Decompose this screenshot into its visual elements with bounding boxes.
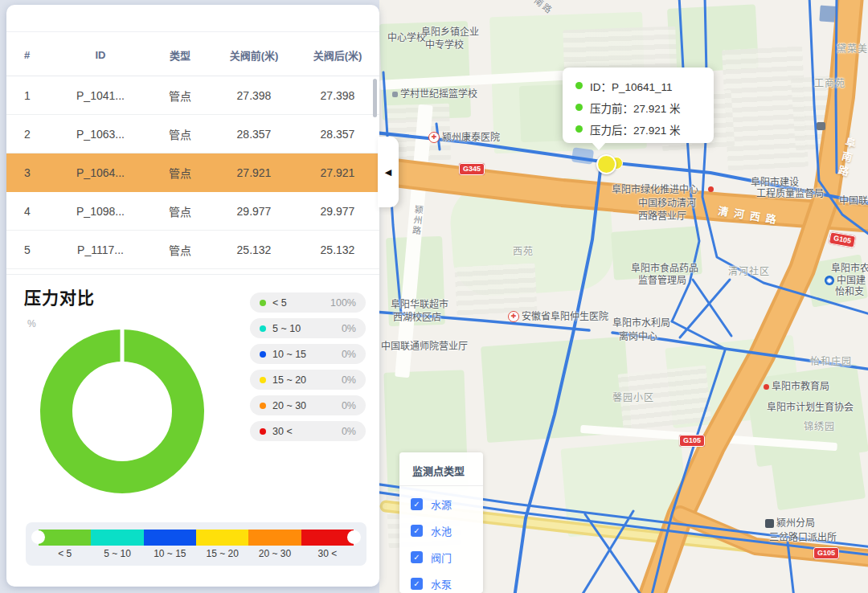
map-label-text: 阜阳市食品药品 <box>631 263 698 274</box>
legend-label: 30 < <box>272 426 293 437</box>
map-label: 阜阳市绿化推进中心 <box>612 184 698 195</box>
map-label: 中国移动清河 <box>638 198 696 209</box>
map-label: 工程质量监督局 <box>756 188 824 199</box>
legend-label: 10 ~ 15 <box>272 349 306 360</box>
table-cell: 28.357 <box>212 128 296 141</box>
map-label-text: 阜阳市教育局 <box>772 381 829 392</box>
checkbox-checked-icon[interactable]: ✓ <box>411 578 423 590</box>
scale-segment <box>39 530 91 546</box>
map-label-text: 中心学校 <box>387 32 426 43</box>
scale-segment <box>91 530 143 546</box>
map-legend-item[interactable]: ✓水源 <box>411 497 483 512</box>
tooltip-row: 压力后：27.921 米 <box>575 118 714 140</box>
legend-label: 5 ~ 10 <box>272 323 301 334</box>
legend-dot-icon <box>260 377 266 383</box>
map-label-text: 中国联通师院营业厅 <box>381 341 468 352</box>
tooltip-dot-icon <box>575 104 583 111</box>
donut-gap <box>121 328 125 363</box>
legend-item[interactable]: < 5100% <box>250 292 366 313</box>
legend-value: 0% <box>342 374 356 386</box>
map-label-text: 阜阳乡镇企业 <box>421 27 479 38</box>
table-cell: P_1041... <box>53 89 148 102</box>
scale-label: 30 < <box>301 548 354 559</box>
table-cell: 29.977 <box>212 205 296 218</box>
map-label: 清河社区 <box>728 266 770 277</box>
map-label: 锦绣园 <box>804 421 835 432</box>
map-label: ✚颍州康泰医院 <box>428 132 500 143</box>
map-label: 中专学校 <box>425 39 464 51</box>
map-label-text: 清河社区 <box>728 266 770 277</box>
table-cell: P_1117... <box>53 243 148 256</box>
section-divider <box>6 274 379 275</box>
scale-notch-left <box>31 530 45 544</box>
table-cell: 27.921 <box>212 166 296 179</box>
map-label: 阜阳市建设 <box>751 177 799 188</box>
map-label-text: 阜阳市农 <box>831 263 868 274</box>
checkbox-checked-icon[interactable]: ✓ <box>411 525 423 537</box>
map-label: 中心学校 <box>387 32 426 43</box>
scale-bar <box>39 530 354 546</box>
map-label: 阜阳乡镇企业 <box>421 27 479 38</box>
map-label: 怡和庄园 <box>810 356 852 367</box>
table-row[interactable]: 5P_1117...管点25.13225.132 <box>6 231 379 269</box>
legend-item[interactable]: 15 ~ 200% <box>250 370 366 390</box>
map-legend-item[interactable]: ✓水泵 <box>411 576 483 591</box>
legend-item[interactable]: 30 <0% <box>250 421 366 441</box>
map-label: 中国联通师院营业厅 <box>381 341 468 352</box>
road-name: 南路 <box>532 0 556 16</box>
map-label-text: 中国联 <box>839 195 868 207</box>
map-label-text: 离岗中心 <box>619 331 657 342</box>
table-row[interactable]: 3P_1064...管点27.92127.921 <box>6 153 379 192</box>
scale-label: < 5 <box>39 548 91 559</box>
tooltip-dot-icon <box>575 82 583 89</box>
selected-point-marker[interactable] <box>596 154 616 174</box>
table-cell: 管点 <box>148 242 212 258</box>
scale-labels: < 55 ~ 1010 ~ 1515 ~ 2020 ~ 3030 < <box>39 548 354 559</box>
legend-label: 20 ~ 30 <box>272 400 306 411</box>
map-canvas[interactable]: 中心学校阜阳乡镇企业中专学校学村世纪摇篮学校✚颍州康泰医院黛菜美工商苑阜阳市绿化… <box>379 0 868 593</box>
table-cell: 4 <box>6 205 53 218</box>
map-legend-item[interactable]: ✓水池 <box>411 523 483 538</box>
legend-item[interactable]: 10 ~ 150% <box>250 344 366 364</box>
map-label-text: 三岔路口派出所 <box>769 532 837 543</box>
map-label: 阜阳市计划生育协会 <box>767 402 854 413</box>
map-label-text: 阜阳华联超市 <box>391 299 448 310</box>
map-legend-label: 水源 <box>431 497 452 512</box>
map-label: 监督管理局 <box>638 275 686 286</box>
table-row[interactable]: 1P_1041...管点27.39827.398 <box>6 76 379 115</box>
reddot-poi-icon <box>708 186 714 192</box>
table-cell: 27.398 <box>212 89 296 102</box>
map-label-text: 工程质量监督局 <box>756 188 824 199</box>
map-legend-label: 水池 <box>431 523 452 538</box>
checkbox-checked-icon[interactable]: ✓ <box>411 551 423 563</box>
table-row[interactable]: 2P_1063...管点28.35728.357 <box>6 115 379 153</box>
tooltip-dot-icon <box>575 125 583 133</box>
legend-value: 0% <box>342 400 356 411</box>
table-cell: 管点 <box>148 88 212 104</box>
table-scrollbar[interactable] <box>373 79 377 117</box>
scale-label: 15 ~ 20 <box>196 548 248 559</box>
road-badge: G345 <box>459 163 485 175</box>
table-body: 1P_1041...管点27.39827.3982P_1063...管点28.3… <box>6 76 379 269</box>
map-legend-item[interactable]: ✓阀门 <box>411 550 483 565</box>
table-cell: P_1063... <box>53 128 148 141</box>
panel-collapse-button[interactable]: ◀ <box>378 137 399 207</box>
police-icon <box>765 519 774 528</box>
map-label: 颍州分局 <box>765 517 815 529</box>
map-label-text: 中国移动清河 <box>638 198 696 209</box>
table-row[interactable]: 4P_1098...管点29.97729.977 <box>6 192 379 231</box>
map-label: 阜阳市水利局 <box>612 317 670 329</box>
chart-legend: < 5100%5 ~ 100%10 ~ 150%15 ~ 200%20 ~ 30… <box>250 292 366 447</box>
table-cell: 管点 <box>148 126 212 142</box>
legend-value: 0% <box>342 323 356 334</box>
legend-item[interactable]: 20 ~ 300% <box>250 395 366 415</box>
monitor-legend-title: 监测点类型 <box>399 452 483 486</box>
map-label-text: 西苑 <box>513 246 534 257</box>
table-cell: 27.921 <box>296 166 379 179</box>
scale-label: 10 ~ 15 <box>144 548 196 559</box>
map-label-text: 颍州分局 <box>776 517 815 529</box>
checkbox-checked-icon[interactable]: ✓ <box>411 498 423 510</box>
scale-segment <box>301 530 354 546</box>
legend-item[interactable]: 5 ~ 100% <box>250 318 366 338</box>
tooltip-text: 压力前：27.921 米 <box>590 100 681 116</box>
